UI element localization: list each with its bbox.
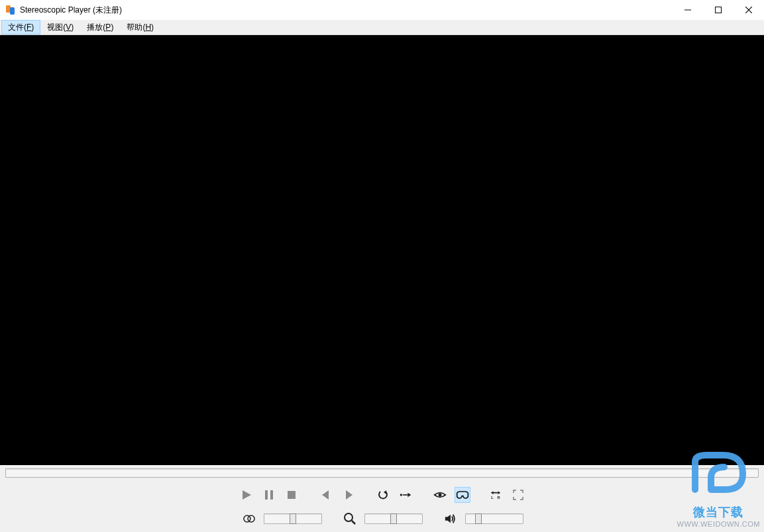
volume-slider-thumb[interactable] [475,513,482,524]
window-controls [673,0,764,20]
speaker-icon [444,512,457,525]
view-mode-button[interactable] [432,487,448,503]
svg-rect-5 [265,490,268,500]
svg-point-11 [400,494,402,496]
menu-play-label: 播放 [87,22,103,33]
titlebar-left: Stereoscopic Player (未注册) [0,5,122,16]
swap-lr-icon: L R [489,488,502,502]
zoom-slider-thumb[interactable] [390,513,397,524]
menu-play-hotkey: (P) [103,23,113,32]
svg-rect-7 [288,491,296,499]
video-viewport[interactable] [0,35,764,465]
seek-slider[interactable] [5,468,759,478]
separation-slider[interactable] [264,513,322,524]
menu-play[interactable]: 播放(P) [80,20,120,34]
menu-help-hotkey: (H) [142,23,154,32]
loop-rewind-button[interactable] [375,487,391,503]
separation-slider-thumb[interactable] [290,513,296,524]
svg-text:R: R [497,496,500,500]
svg-text:L: L [491,496,494,500]
menu-help-label: 帮助 [127,22,142,33]
play-button[interactable] [239,487,254,503]
svg-marker-8 [322,490,329,500]
app-icon [5,5,16,15]
svg-rect-0 [6,5,11,13]
pause-icon [262,488,276,502]
svg-rect-2 [684,10,691,11]
menu-view[interactable]: 视图(V) [40,20,80,34]
fullscreen-icon [512,488,525,502]
svg-marker-10 [384,490,386,494]
svg-point-13 [438,494,441,497]
svg-marker-22 [445,515,450,523]
menu-help[interactable]: 帮助(H) [120,20,160,34]
fullscreen-button[interactable] [510,487,526,503]
minimize-button[interactable] [673,0,703,20]
menu-file[interactable]: 文件(F) [1,20,40,34]
minimize-icon [684,7,691,13]
ab-repeat-icon [399,488,412,502]
step-back-button[interactable] [318,487,334,503]
volume-slider[interactable] [465,513,523,524]
titlebar: Stereoscopic Player (未注册) [0,0,764,20]
seekbar-row [0,465,764,480]
menu-file-hotkey: (F) [24,23,34,32]
close-icon [745,7,752,13]
glasses-icon [456,488,469,502]
svg-marker-14 [491,491,493,494]
stop-icon [285,488,298,502]
pause-button[interactable] [261,487,277,503]
swap-lr-button[interactable]: L R [488,487,504,503]
ab-repeat-button[interactable] [398,487,413,503]
step-forward-button[interactable] [341,487,356,503]
magnifier-icon [343,512,356,525]
svg-line-21 [352,521,355,524]
window-title: Stereoscopic Player (未注册) [20,5,122,16]
volume-icon-button[interactable] [443,511,459,527]
menu-file-label: 文件 [8,22,24,33]
rewind-icon [376,488,390,502]
svg-marker-12 [408,493,411,498]
svg-marker-4 [243,490,251,500]
menubar: 文件(F) 视图(V) 播放(P) 帮助(H) [0,20,764,35]
svg-rect-6 [270,490,273,500]
close-button[interactable] [734,0,764,20]
step-back-icon [319,488,333,502]
svg-point-20 [345,513,353,521]
svg-marker-9 [346,490,353,500]
svg-rect-1 [10,7,15,15]
controls-row-1: L R [0,485,764,505]
maximize-button[interactable] [703,0,734,20]
separation-icon-button[interactable] [241,511,257,527]
stereo-glasses-button[interactable] [455,487,470,503]
menu-view-label: 视图 [47,22,63,33]
eye-icon [433,488,447,502]
svg-marker-15 [498,491,500,494]
zoom-slider[interactable] [364,513,423,524]
play-icon [240,488,253,502]
maximize-icon [715,7,722,13]
menu-view-hotkey: (V) [63,23,74,32]
zoom-icon-button[interactable] [342,511,358,527]
svg-point-19 [248,515,254,522]
svg-rect-3 [716,7,722,13]
stop-button[interactable] [284,487,300,503]
playback-controls: L R [0,480,764,532]
separation-icon [243,512,256,525]
controls-row-2 [0,509,764,529]
step-forward-icon [342,488,355,502]
